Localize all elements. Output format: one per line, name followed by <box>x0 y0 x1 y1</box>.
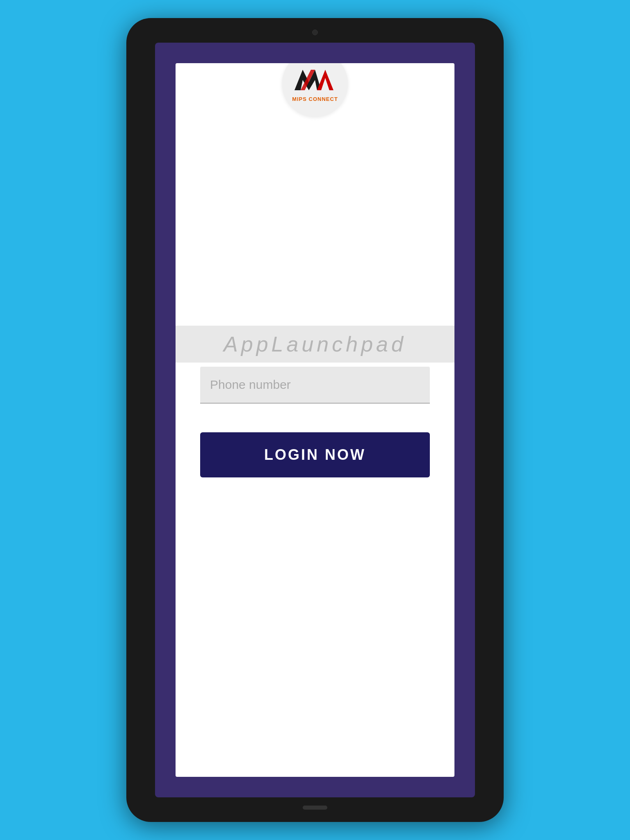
phone-number-input[interactable] <box>200 367 430 404</box>
home-button[interactable] <box>303 806 327 810</box>
watermark-banner: AppLaunchpad <box>176 326 454 363</box>
front-camera <box>312 30 318 35</box>
logo-text: MIPS CONNECT <box>292 96 338 102</box>
app-content-area: MIPS CONNECT AppLaunchpad LOGIN NOW <box>176 63 454 777</box>
login-now-button[interactable]: LOGIN NOW <box>200 432 430 477</box>
svg-marker-1 <box>317 70 333 90</box>
tablet-device: MIPS CONNECT AppLaunchpad LOGIN NOW <box>126 18 504 822</box>
logo-svg-icon <box>292 66 338 94</box>
app-logo: MIPS CONNECT <box>282 63 348 116</box>
login-form: LOGIN NOW <box>200 367 430 477</box>
tablet-screen: MIPS CONNECT AppLaunchpad LOGIN NOW <box>155 43 475 797</box>
watermark-text: AppLaunchpad <box>224 332 406 356</box>
